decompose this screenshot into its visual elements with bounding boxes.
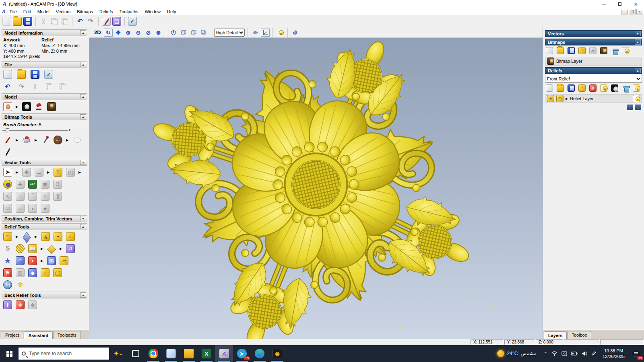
move-layer-down-button[interactable]: ↓ <box>635 105 641 110</box>
menu-toolpaths[interactable]: Toolpaths <box>116 8 142 15</box>
new-relief-icon[interactable] <box>546 84 553 92</box>
collapse-button[interactable]: ▲ <box>80 292 86 298</box>
mdi-restore-button[interactable]: ❐ <box>629 9 636 14</box>
iso-view-right-icon[interactable] <box>199 29 208 37</box>
flyout-arrow-icon[interactable]: ▶ <box>16 138 19 142</box>
taskbar-app-explorer[interactable] <box>180 345 198 362</box>
create-text-icon[interactable]: T <box>54 168 62 177</box>
tab-assistant[interactable]: Assistant <box>24 331 53 339</box>
open-file-icon[interactable] <box>13 17 22 26</box>
collapse-button[interactable]: ▲ <box>80 62 86 67</box>
brush-diameter-slider[interactable] <box>2 128 84 134</box>
3d-view-canvas[interactable] <box>89 38 543 339</box>
options-icon[interactable]: ✓ <box>128 17 137 26</box>
node-editing-icon[interactable]: ✚ <box>16 180 25 189</box>
angle-chisel-icon[interactable]: ⟋ <box>41 268 50 277</box>
save-bitmap-icon[interactable] <box>568 47 575 54</box>
delete-relief-icon[interactable] <box>622 84 629 92</box>
smart-s-icon[interactable]: S <box>3 244 12 253</box>
new-model-icon[interactable] <box>3 70 12 79</box>
palette-icon[interactable] <box>54 136 62 144</box>
menu-help[interactable]: Help <box>164 8 180 15</box>
flyout-arrow-icon[interactable]: ▶ <box>16 105 19 109</box>
close-button[interactable]: × <box>628 0 644 8</box>
cut-icon[interactable] <box>39 17 48 26</box>
section-icon[interactable]: ◖ <box>28 204 37 213</box>
model-options-icon[interactable]: ✓ <box>44 70 53 79</box>
cylinder-icon[interactable]: ⬭ <box>3 204 12 213</box>
tab-toolpaths[interactable]: Toolpaths <box>53 331 81 339</box>
taskbar-app-chrome[interactable] <box>144 345 162 362</box>
relief-layer-mode-icon[interactable]: ✦ <box>547 95 554 102</box>
pen-icon[interactable] <box>591 351 596 356</box>
combine-relief-icon[interactable]: ❖ <box>589 84 597 92</box>
section-model[interactable]: Model ▲ <box>2 93 87 100</box>
zoom-previous-icon[interactable]: ⊘ <box>144 29 153 37</box>
new-bitmap-icon[interactable] <box>546 47 553 54</box>
reference-book-icon[interactable]: ▤ <box>112 17 121 26</box>
expand-button[interactable]: ▼ <box>80 216 86 221</box>
collapse-button[interactable]: ▲ <box>80 160 86 165</box>
notification-center-button[interactable]: 13 <box>628 345 644 362</box>
zero-plane-icon[interactable] <box>22 232 31 241</box>
bezier-curve-icon[interactable]: ⌒ <box>28 192 37 201</box>
section-relief-tools[interactable]: Relief Tools ▲ <box>2 223 87 230</box>
lighting-icon[interactable] <box>276 29 285 37</box>
collapse-button[interactable]: ▲ <box>635 39 641 45</box>
collapse-button[interactable]: ▲ <box>80 224 86 229</box>
two-hands-relief-icon[interactable]: ✌ <box>66 232 75 241</box>
battery-icon[interactable] <box>571 352 578 356</box>
taskbar-app-media[interactable]: ◉ <box>268 345 286 362</box>
volume-icon[interactable] <box>582 351 587 356</box>
relief-layer-add-icon[interactable]: ◠ <box>556 95 564 102</box>
arc-icon[interactable]: ⌓ <box>16 204 25 213</box>
flyout-arrow-icon[interactable]: ▶ <box>78 171 81 174</box>
paste-icon[interactable] <box>60 17 69 26</box>
tab-project[interactable]: Project <box>1 331 23 339</box>
section-file[interactable]: File ▲ <box>2 61 87 68</box>
copy-icon[interactable] <box>50 17 58 26</box>
flyout-arrow-icon[interactable]: ▶ <box>16 235 19 239</box>
zoom-in-icon[interactable]: ⊕ <box>124 29 133 37</box>
turn-relief-icon[interactable]: ◓ <box>54 232 62 241</box>
save-file-icon[interactable] <box>23 17 32 26</box>
move-layer-up-button[interactable]: ↑ <box>627 105 633 110</box>
menu-window[interactable]: Window <box>142 8 164 15</box>
combine-back-relief-icon[interactable]: ❖ <box>16 300 25 309</box>
block-copy-icon[interactable]: ⠿ <box>53 180 62 189</box>
new-file-icon[interactable] <box>2 17 11 26</box>
taskbar-app-edge[interactable] <box>251 345 268 362</box>
light-material-icon[interactable] <box>35 102 43 111</box>
section-position-combine-trim[interactable]: Position, Combine, Trim Vectors ▼ <box>2 215 87 222</box>
colour-picker-icon[interactable] <box>41 136 50 144</box>
expand-layer-icon[interactable]: ▶ <box>566 97 568 101</box>
tab-toolbox[interactable]: Toolbox <box>567 331 591 339</box>
transform-vectors-icon[interactable]: ✥ <box>22 168 31 177</box>
spin-relief-icon[interactable]: ◮ <box>41 232 50 241</box>
menu-model[interactable]: Model <box>34 8 53 15</box>
greyscale-relief-icon[interactable] <box>611 84 618 92</box>
free-polyline-icon[interactable]: ≈ <box>16 192 25 201</box>
relief-layer-row[interactable]: ✦ ◠ ▶ Relief Layer <box>545 94 642 103</box>
pan-view-icon[interactable]: ✥ <box>114 29 123 37</box>
copilot-button[interactable]: ✦✦ <box>109 345 127 362</box>
distort-grid-icon[interactable]: ▦ <box>41 180 50 189</box>
star-icon[interactable]: ★ <box>41 204 50 213</box>
open-model-icon[interactable] <box>17 70 26 79</box>
taskbar-clock[interactable]: 10:38 PM 12/26/2025 <box>599 348 628 360</box>
draw-pencil-icon[interactable] <box>3 148 12 156</box>
draw-plane-icon[interactable] <box>251 29 260 37</box>
menu-bitmaps[interactable]: Bitmaps <box>74 8 96 15</box>
collapse-button[interactable]: ▲ <box>635 68 641 73</box>
smooth-relief-icon[interactable]: ✋ <box>3 232 12 241</box>
paste-icon[interactable] <box>58 82 67 91</box>
texture-relief-icon[interactable]: ▩ <box>47 256 56 265</box>
taskbar-app-telegram[interactable]: ➤13 <box>233 345 251 362</box>
zoom-objects-icon[interactable]: ⊛ <box>154 29 163 37</box>
flyout-arrow-icon[interactable]: ▶ <box>60 247 62 251</box>
section-bitmap-tools[interactable]: Bitmap Tools ▲ <box>2 113 87 120</box>
section-back-relief-tools[interactable]: Back Relief Tools ▲ <box>2 292 87 298</box>
mdi-minimize-button[interactable]: — <box>621 9 628 14</box>
iso-view-back-icon[interactable] <box>179 29 188 37</box>
collapse-button[interactable]: ▲ <box>80 114 86 119</box>
